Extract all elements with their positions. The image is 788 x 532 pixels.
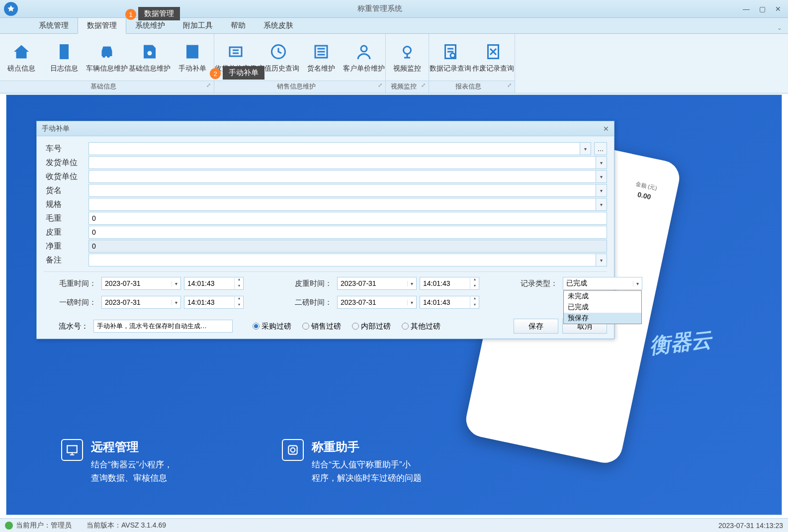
date-first[interactable]: 2023-07-31▾ — [101, 296, 181, 309]
money-icon — [225, 41, 246, 62]
radio-purchase[interactable]: 采购过磅 — [253, 322, 291, 331]
date-gross[interactable]: 2023-07-31▾ — [101, 277, 181, 290]
dropdown-sender[interactable]: ▾ — [596, 156, 607, 169]
label-tare-time: 皮重时间： — [279, 279, 334, 288]
svg-point-3 — [450, 53, 455, 58]
time-first[interactable]: 14:01:43▴▾ — [184, 296, 244, 309]
expand-icon[interactable]: ⤢ — [507, 82, 512, 89]
label-spec: 规格 — [44, 199, 88, 210]
ribbon-item-void-query[interactable]: 作废记录查询 — [472, 34, 515, 81]
input-plate[interactable] — [88, 142, 580, 155]
ribbon-collapse-icon[interactable]: ⌄ — [777, 24, 782, 31]
label-plate: 车号 — [44, 144, 88, 154]
status-user: 当前用户：管理员 — [16, 521, 72, 530]
edit-icon — [182, 41, 203, 62]
input-remark[interactable] — [88, 254, 596, 266]
input-receiver[interactable] — [88, 170, 596, 183]
time-second[interactable]: 14:01:43▴▾ — [420, 296, 479, 309]
weigh-type-radio-group: 采购过磅 销售过磅 内部过磅 其他过磅 — [253, 322, 440, 331]
ribbon-item-vehicle[interactable]: 车辆信息维护 — [86, 34, 128, 81]
time-gross[interactable]: 14:01:43▴▾ — [184, 277, 244, 290]
record-type-option[interactable]: 未完成 — [564, 291, 641, 302]
status-version: 当前版本：AVSZ 3.1.4.69 — [87, 521, 166, 530]
input-tare[interactable] — [88, 226, 607, 239]
menu-tab-system[interactable]: 系统管理 — [30, 18, 78, 33]
minimize-button[interactable]: — — [740, 4, 752, 14]
user-status-icon — [5, 522, 13, 530]
label-receiver: 收货单位 — [44, 172, 88, 182]
dialog-title: 手动补单 — [42, 124, 70, 133]
label-first-time: 一磅时间： — [44, 298, 98, 307]
select-record-type[interactable]: 已完成▾ 未完成 已完成 预保存 — [563, 277, 642, 290]
label-second-time: 二磅时间： — [279, 298, 334, 307]
save-button[interactable]: 保存 — [514, 319, 558, 334]
input-goods[interactable] — [88, 184, 596, 197]
input-gross[interactable] — [88, 212, 607, 225]
ribbon-item-manual-order[interactable]: 手动补单 — [171, 34, 214, 81]
browse-plate-button[interactable]: … — [594, 142, 607, 155]
dialog-close-button[interactable]: ✕ — [603, 125, 609, 133]
document-search-icon — [139, 41, 160, 62]
dialog-title-bar[interactable]: 手动补单 ✕ — [37, 121, 614, 136]
status-bar: 当前用户：管理员 当前版本：AVSZ 3.1.4.69 2023-07-31 1… — [0, 518, 788, 532]
input-sender[interactable] — [88, 156, 596, 169]
label-net: 净重 — [44, 241, 88, 252]
label-remark: 备注 — [44, 255, 88, 266]
menu-tab-help[interactable]: 帮助 — [222, 18, 255, 33]
ribbon-item-data-query[interactable]: 数据记录查询 — [429, 34, 472, 81]
dropdown-spec[interactable]: ▾ — [596, 198, 607, 211]
label-sender: 发货单位 — [44, 158, 88, 168]
label-gross-time: 毛重时间： — [44, 279, 98, 288]
expand-icon[interactable]: ⤢ — [421, 82, 426, 89]
maximize-button[interactable]: ▢ — [756, 4, 768, 14]
menu-tab-addon[interactable]: 附加工具 — [174, 18, 222, 33]
ribbon-group-label: 销售信息维护⤢ — [214, 81, 385, 93]
input-spec[interactable] — [88, 198, 596, 211]
ribbon-item-basic[interactable]: 基础信息维护 — [128, 34, 171, 81]
input-net — [88, 240, 607, 253]
menu-tab-data[interactable]: 数据管理 — [78, 17, 126, 34]
record-type-option[interactable]: 已完成 — [564, 302, 641, 313]
svg-point-1 — [361, 46, 367, 52]
label-record-type: 记录类型： — [515, 279, 560, 288]
expand-icon[interactable]: ⤢ — [378, 82, 382, 89]
stat-amount: 金额 (元)0.00 — [626, 180, 658, 233]
date-second[interactable]: 2023-07-31▾ — [337, 296, 417, 309]
promo-assistant: 称重助手结合“无人值守称重助手”小程序，解决临时车过磅的问题 — [282, 439, 422, 485]
callout-badge-2: 2 — [210, 68, 221, 79]
ribbon-item-video[interactable]: 视频监控 — [386, 34, 429, 81]
time-tare[interactable]: 14:01:43▴▾ — [420, 277, 479, 290]
input-serial[interactable]: 手动补单，流水号在保存时自动生成… — [93, 320, 233, 333]
home-icon — [11, 41, 32, 62]
ribbon-item-scale-info[interactable]: 磅点信息 — [0, 34, 43, 81]
ribbon-group-video: 视频监控 视频监控⤢ — [386, 34, 429, 93]
promo-remote: 远程管理结合“衡器云”小程序，查询数据、审核信息 — [61, 439, 173, 485]
camera-icon — [397, 41, 418, 62]
menu-tab-skin[interactable]: 系统皮肤 — [255, 18, 302, 33]
radio-internal[interactable]: 内部过磅 — [352, 322, 391, 331]
dropdown-remark[interactable]: ▾ — [596, 254, 607, 266]
ribbon-item-goods[interactable]: 货名维护 — [300, 34, 343, 81]
radio-sales[interactable]: 销售过磅 — [302, 322, 341, 331]
radio-other[interactable]: 其他过磅 — [402, 322, 440, 331]
ribbon-group-sales: 收货单位充值 充值历史查询 货名维护 客户单价维护 销售信息维护⤢ — [214, 34, 386, 93]
dropdown-plate[interactable]: ▾ — [580, 142, 591, 155]
clock-money-icon — [268, 41, 289, 62]
callout-badge-1: 1 — [125, 9, 136, 20]
dropdown-receiver[interactable]: ▾ — [596, 170, 607, 183]
date-tare[interactable]: 2023-07-31▾ — [337, 277, 417, 290]
record-type-option[interactable]: 预保存 — [564, 313, 641, 324]
label-gross: 毛重 — [44, 213, 88, 224]
manual-order-dialog: 手动补单 ✕ 车号▾… 发货单位▾ 收货单位▾ 货名▾ 规格▾ 毛重 皮重 净重… — [36, 121, 614, 339]
callout-1: 数据管理 — [138, 7, 180, 20]
expand-icon[interactable]: ⤢ — [206, 82, 211, 89]
ribbon-item-customer-price[interactable]: 客户单价维护 — [343, 34, 385, 81]
dropdown-goods[interactable]: ▾ — [596, 184, 607, 197]
ribbon-item-log[interactable]: 日志信息 — [43, 34, 86, 81]
svg-point-6 — [291, 447, 295, 452]
menu-bar: 系统管理 数据管理 系统维护 附加工具 帮助 系统皮肤 ⌄ — [0, 18, 788, 34]
promo-section: 远程管理结合“衡器云”小程序，查询数据、审核信息 称重助手结合“无人值守称重助手… — [61, 439, 422, 485]
close-window-button[interactable]: ✕ — [772, 4, 784, 14]
content-area: 过磅数 (车)557 总重量 (吨)27590.46 金额 (元)0.00 衡器… — [6, 94, 782, 515]
svg-point-2 — [404, 47, 411, 54]
